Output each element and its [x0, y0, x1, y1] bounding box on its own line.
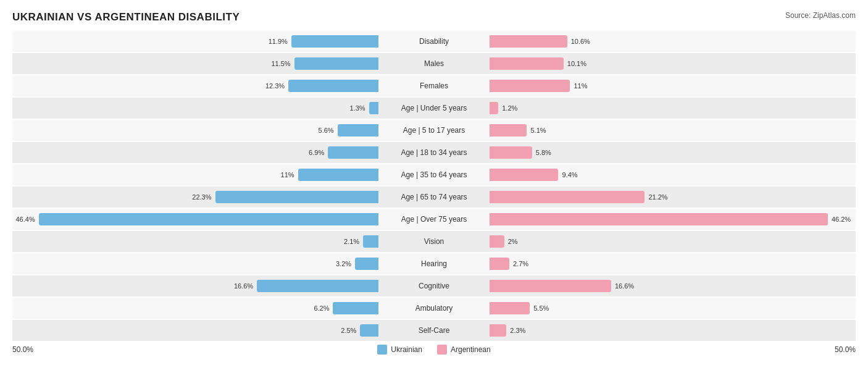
value-argentinean: 5.1%	[528, 127, 546, 134]
bar-ukrainian	[298, 169, 378, 181]
right-section: 2%	[490, 231, 856, 252]
chart-area: 11.9% Disability 10.6% 11.5% Males 10.1%…	[12, 31, 856, 341]
left-section: 3.2%	[12, 253, 378, 274]
bar-ukrainian	[333, 302, 378, 314]
right-section: 10.6%	[490, 31, 856, 52]
bar-ukrainian	[257, 280, 378, 292]
bar-ukrainian	[338, 124, 378, 136]
bar-argentinean	[490, 124, 527, 136]
value-argentinean: 2.7%	[511, 260, 528, 267]
chart-header: UKRAINIAN VS ARGENTINEAN DISABILITY Sour…	[12, 11, 856, 23]
value-ukrainian: 11.9%	[269, 38, 290, 45]
legend-argentinean-box	[437, 345, 447, 355]
table-row: 46.4% Age | Over 75 years 46.2%	[12, 209, 856, 230]
value-argentinean: 46.2%	[829, 216, 851, 223]
left-section: 2.5%	[12, 320, 378, 341]
bar-label: Hearing	[378, 259, 490, 268]
bar-argentinean	[490, 146, 532, 159]
value-ukrainian: 2.1%	[344, 238, 362, 245]
bar-label: Age | Over 75 years	[378, 215, 490, 224]
left-section: 12.3%	[12, 75, 378, 96]
right-section: 16.6%	[490, 275, 856, 296]
footer-left-val: 50.0%	[12, 345, 43, 354]
bar-ukrainian	[294, 57, 378, 70]
table-row: 22.3% Age | 65 to 74 years 21.2%	[12, 187, 856, 208]
right-section: 10.1%	[490, 53, 856, 74]
right-section: 5.1%	[490, 120, 856, 141]
right-section: 5.5%	[490, 298, 856, 319]
bar-label: Ambulatory	[378, 304, 490, 313]
bar-ukrainian	[363, 235, 378, 248]
right-section: 9.4%	[490, 164, 856, 185]
table-row: 6.2% Ambulatory 5.5%	[12, 298, 856, 319]
bar-argentinean	[490, 191, 645, 203]
value-ukrainian: 6.2%	[314, 304, 332, 312]
left-section: 11%	[12, 164, 378, 185]
right-section: 1.2%	[490, 98, 856, 119]
value-argentinean: 16.6%	[612, 282, 634, 290]
footer-right-val: 50.0%	[825, 345, 856, 354]
value-argentinean: 10.6%	[569, 38, 590, 45]
value-ukrainian: 3.2%	[336, 260, 354, 267]
value-argentinean: 2.3%	[507, 327, 525, 334]
left-section: 22.3%	[12, 187, 378, 208]
table-row: 11.9% Disability 10.6%	[12, 31, 856, 52]
value-ukrainian: 16.6%	[234, 282, 256, 290]
bar-label: Males	[378, 59, 490, 68]
bar-ukrainian	[39, 213, 378, 225]
bar-label: Cognitive	[378, 282, 490, 290]
legend-ukrainian-box	[377, 345, 387, 355]
bar-label: Vision	[378, 237, 490, 246]
bar-label: Age | Under 5 years	[378, 104, 490, 112]
left-section: 16.6%	[12, 275, 378, 296]
bar-ukrainian	[355, 258, 378, 270]
bar-argentinean	[490, 280, 611, 292]
bar-argentinean	[490, 35, 567, 48]
value-ukrainian: 46.4%	[16, 216, 38, 223]
bar-argentinean	[490, 169, 558, 181]
bar-ukrainian	[215, 191, 378, 203]
value-ukrainian: 2.5%	[341, 327, 359, 334]
legend-argentinean-label: Argentinean	[451, 345, 491, 354]
bar-argentinean	[490, 57, 564, 70]
bar-argentinean	[490, 102, 498, 114]
value-ukrainian: 6.9%	[309, 149, 327, 156]
table-row: 11% Age | 35 to 64 years 9.4%	[12, 164, 856, 185]
bar-argentinean	[490, 213, 828, 225]
bar-ukrainian	[360, 324, 378, 337]
value-argentinean: 5.8%	[533, 149, 551, 156]
legend-argentinean: Argentinean	[437, 345, 491, 355]
value-ukrainian: 11%	[281, 171, 297, 178]
bar-label: Age | 18 to 34 years	[378, 148, 490, 157]
legend-ukrainian-label: Ukrainian	[391, 345, 422, 354]
legend: Ukrainian Argentinean	[43, 345, 825, 355]
value-argentinean: 21.2%	[646, 193, 667, 201]
right-section: 2.3%	[490, 320, 856, 341]
value-ukrainian: 11.5%	[271, 60, 293, 67]
bar-label: Age | 65 to 74 years	[378, 193, 490, 201]
bar-argentinean	[490, 235, 504, 248]
bar-label: Females	[378, 82, 490, 90]
table-row: 3.2% Hearing 2.7%	[12, 253, 856, 274]
left-section: 6.2%	[12, 298, 378, 319]
value-ukrainian: 1.3%	[350, 104, 368, 112]
bar-argentinean	[490, 80, 570, 92]
right-section: 2.7%	[490, 253, 856, 274]
chart-container: UKRAINIAN VS ARGENTINEAN DISABILITY Sour…	[0, 0, 868, 373]
value-ukrainian: 12.3%	[265, 82, 287, 90]
value-argentinean: 11%	[571, 82, 587, 90]
right-section: 11%	[490, 75, 856, 96]
left-section: 46.4%	[12, 209, 378, 230]
left-section: 2.1%	[12, 231, 378, 252]
bar-label: Age | 35 to 64 years	[378, 170, 490, 179]
bar-ukrainian	[288, 80, 378, 92]
left-section: 11.9%	[12, 31, 378, 52]
chart-title: UKRAINIAN VS ARGENTINEAN DISABILITY	[12, 11, 240, 23]
table-row: 11.5% Males 10.1%	[12, 53, 856, 74]
table-row: 2.5% Self-Care 2.3%	[12, 320, 856, 341]
bar-label: Disability	[378, 37, 490, 46]
bar-ukrainian	[369, 102, 378, 114]
bar-label: Age | 5 to 17 years	[378, 126, 490, 135]
value-argentinean: 9.4%	[559, 171, 577, 178]
table-row: 1.3% Age | Under 5 years 1.2%	[12, 98, 856, 119]
